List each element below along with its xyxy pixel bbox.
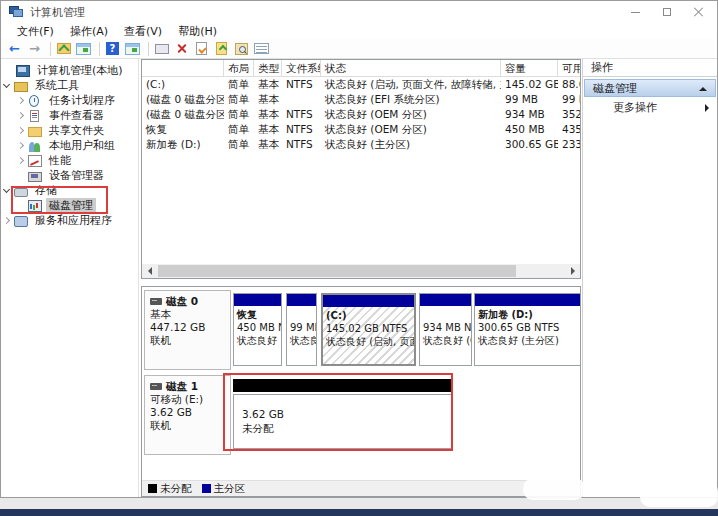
tree-item-system-tools[interactable]: 系统工具: [1, 78, 138, 93]
actions-section-disk-management[interactable]: 磁盘管理: [584, 79, 716, 97]
disk-0-row: 磁盘 0 基本 447.12 GB 联机 恢复 450 MB N 状态良好: [144, 290, 578, 370]
volume-list-pane: 布局 类型 文件系统 状态 容量 可用空 (C:) 简单 基本 NTFS 状态良…: [141, 59, 581, 279]
legend-swatch-primary: [202, 484, 211, 493]
computer-icon: [16, 65, 30, 77]
menu-view[interactable]: 查看(V): [116, 24, 170, 39]
delete-icon[interactable]: [173, 41, 190, 57]
shared-folders-icon: [28, 125, 42, 137]
partition-efi[interactable]: 99 MB 状态良: [286, 293, 317, 366]
partition-color-bar: [323, 295, 414, 307]
collapse-icon[interactable]: [699, 87, 707, 91]
tree-item-device-manager[interactable]: 设备管理器: [1, 168, 138, 183]
chevron-right-icon[interactable]: [15, 110, 27, 122]
more-actions-item[interactable]: 更多操作: [583, 100, 717, 116]
minimize-button[interactable]: [619, 1, 651, 23]
partition-color-bar: [287, 294, 316, 306]
volume-row-partition2[interactable]: (磁盘 0 磁盘分区 2) 简单 基本 状态良好 (EFI 系统分区) 99 M…: [142, 92, 580, 107]
partition-color-bar: [234, 294, 281, 306]
partition-oem[interactable]: 934 MB N 状态良好 (C: [419, 293, 472, 366]
disk-1-label[interactable]: 磁盘 1 可移动 (E:) 3.62 GB 联机: [144, 375, 231, 455]
chevron-right-icon[interactable]: [15, 125, 27, 137]
chevron-right-icon[interactable]: [15, 155, 27, 167]
volume-table-header: 布局 类型 文件系统 状态 容量 可用空: [142, 60, 580, 77]
volume-row-recovery[interactable]: 恢复 简单 基本 NTFS 状态良好 (OEM 分区) 450 MB 435: [142, 122, 580, 137]
chevron-right-icon[interactable]: [15, 95, 27, 107]
local-users-icon: [28, 140, 42, 152]
tree-item-performance[interactable]: 性能: [1, 153, 138, 168]
forward-icon[interactable]: →: [26, 41, 43, 57]
submenu-arrow-icon: [705, 104, 709, 112]
maximize-button[interactable]: [651, 1, 683, 23]
col-capacity[interactable]: 容量: [501, 60, 558, 77]
scrollbar-thumb[interactable]: [158, 265, 516, 277]
volume-row-partition5[interactable]: (磁盘 0 磁盘分区 5) 简单 基本 NTFS 状态良好 (OEM 分区) 9…: [142, 107, 580, 122]
partition-d[interactable]: 新加卷 (D:) 300.65 GB NTFS 状态良好 (主分区): [474, 293, 581, 366]
menu-action[interactable]: 操作(A): [62, 24, 116, 39]
menu-help[interactable]: 帮助(H): [170, 24, 225, 39]
horizontal-scrollbar[interactable]: [142, 264, 580, 278]
bottom-navy-strip: [0, 509, 718, 516]
annotation-box-disk-management: [11, 186, 108, 214]
new-note-icon[interactable]: [213, 41, 230, 57]
close-button[interactable]: [683, 1, 715, 23]
scroll-right-icon: [571, 267, 579, 275]
col-volume[interactable]: [142, 60, 224, 77]
tree-item-services[interactable]: 服务和应用程序: [1, 213, 138, 228]
white-blob: [640, 481, 718, 507]
actions-title: 操作: [583, 59, 717, 77]
close-icon: [694, 7, 704, 17]
show-console-tree-icon[interactable]: [55, 41, 72, 57]
chevron-down-icon[interactable]: [1, 80, 13, 92]
partition-recovery[interactable]: 恢复 450 MB N 状态良好: [233, 293, 282, 366]
bottom-gray-strip: [0, 498, 718, 509]
app-icon: [9, 6, 23, 18]
chevron-right-icon[interactable]: [1, 215, 13, 227]
disk-icon: [150, 383, 162, 390]
disk-icon: [150, 298, 162, 305]
col-layout[interactable]: 布局: [224, 60, 254, 77]
partition-color-bar: [475, 294, 581, 306]
dialog-icon[interactable]: [153, 41, 170, 57]
task-scheduler-icon: [28, 95, 42, 107]
partition-c[interactable]: (C:) 145.02 GB NTFS 状态良好 (启动, 页面文: [321, 293, 416, 366]
legend-bar: 未分配 主分区: [142, 480, 580, 496]
tree-item-shared-folders[interactable]: 共享文件夹: [1, 123, 138, 138]
legend-primary: 主分区: [202, 482, 246, 496]
tree-item-computer-management[interactable]: 计算机管理(本地): [1, 63, 138, 78]
console-window-icon[interactable]: [124, 41, 141, 57]
col-filesystem[interactable]: 文件系统: [282, 60, 321, 77]
tree-item-event-viewer[interactable]: 事件查看器: [1, 108, 138, 123]
scroll-left-button[interactable]: [142, 264, 156, 278]
scroll-right-button[interactable]: [566, 264, 580, 278]
title-bar: 计算机管理: [1, 1, 717, 23]
disk-0-partitions: 恢复 450 MB N 状态良好 99 MB 状态良: [233, 290, 578, 370]
properties-check-icon[interactable]: [193, 41, 210, 57]
volume-row-d[interactable]: 新加卷 (D:) 简单 基本 NTFS 状态良好 (主分区) 300.65 GB…: [142, 137, 580, 152]
minimize-icon: [631, 12, 640, 13]
toolbar-separator: [50, 42, 51, 56]
tree-item-local-users[interactable]: 本地用户和组: [1, 138, 138, 153]
disk-0-label[interactable]: 磁盘 0 基本 447.12 GB 联机: [144, 290, 231, 370]
toolbar: ← → ?: [1, 39, 717, 59]
details-view-icon[interactable]: [253, 41, 270, 57]
col-free[interactable]: 可用空: [558, 60, 581, 77]
menu-file[interactable]: 文件(F): [9, 24, 62, 39]
col-status[interactable]: 状态: [321, 60, 501, 77]
window-title: 计算机管理: [30, 5, 85, 20]
chevron-right-icon[interactable]: [15, 140, 27, 152]
toolbar-separator: [148, 42, 149, 56]
partition-color-bar: [420, 294, 471, 306]
event-viewer-icon: [28, 110, 42, 122]
console-window-icon[interactable]: [75, 41, 92, 57]
back-icon[interactable]: ←: [6, 41, 23, 57]
toolbar-separator: [99, 42, 100, 56]
maximize-icon: [663, 8, 671, 16]
services-icon: [14, 215, 28, 227]
volume-row-c[interactable]: (C:) 简单 基本 NTFS 状态良好 (启动, 页面文件, 故障转储, 主分…: [142, 77, 580, 92]
white-blob: [523, 478, 585, 500]
col-type[interactable]: 类型: [254, 60, 282, 77]
annotation-box-unallocated: [223, 373, 453, 451]
help-icon[interactable]: ?: [104, 41, 121, 57]
tree-item-task-scheduler[interactable]: 任务计划程序: [1, 93, 138, 108]
search-folder-icon[interactable]: [233, 41, 250, 57]
